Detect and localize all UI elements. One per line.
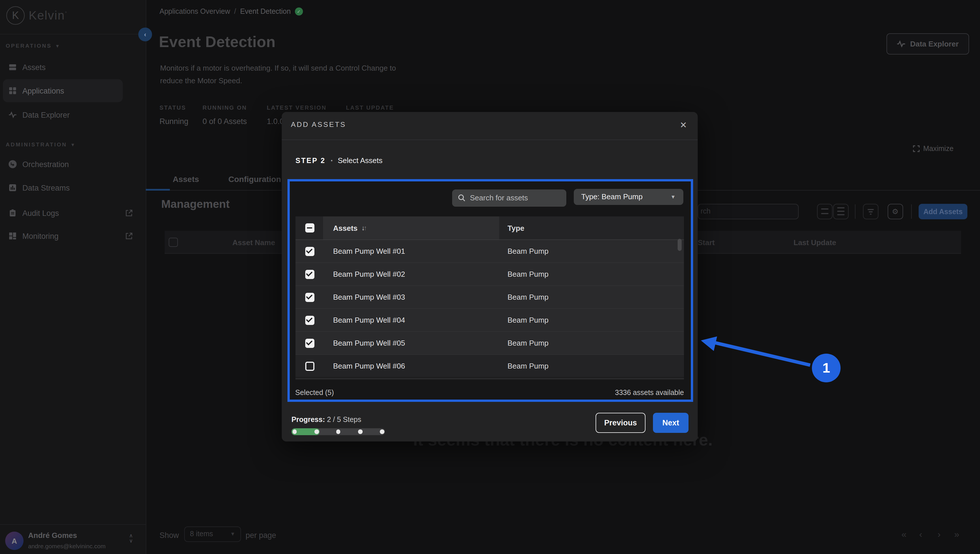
- previous-button[interactable]: Previous: [596, 413, 646, 433]
- per-page-label: per page: [246, 531, 276, 540]
- row-checkbox[interactable]: [305, 247, 314, 256]
- external-link-icon: [125, 209, 133, 217]
- user-name: André Gomes: [28, 531, 77, 540]
- sidebar-divider: [0, 34, 146, 34]
- table-scrollbar[interactable]: [678, 239, 682, 251]
- sidebar-item-applications[interactable]: Applications: [3, 79, 123, 102]
- chevron-down-icon: ▼: [55, 44, 60, 49]
- latest-version-label: LATEST VERSION: [267, 104, 326, 111]
- orchestration-icon: [9, 160, 17, 168]
- caret-down-icon: ▼: [670, 194, 676, 200]
- data-explorer-button[interactable]: Data Explorer: [886, 33, 969, 54]
- select-all-checkbox[interactable]: [305, 224, 314, 233]
- next-button[interactable]: Next: [653, 413, 689, 433]
- management-title: Management: [161, 198, 229, 211]
- asset-type-cell: Beam Pump: [499, 309, 684, 331]
- status-value: Running: [159, 117, 188, 126]
- sidebar-item-assets[interactable]: Assets: [3, 56, 123, 79]
- kelvin-logo-icon: K: [6, 6, 25, 25]
- close-icon[interactable]: ✕: [677, 119, 690, 131]
- breadcrumb-current: Event Detection: [240, 8, 291, 16]
- row-checkbox[interactable]: [305, 338, 314, 348]
- asset-type-cell: Beam Pump: [499, 240, 684, 262]
- asset-name-cell: Beam Pump Well #05: [323, 332, 499, 354]
- first-page-button[interactable]: «: [901, 529, 907, 540]
- asset-row[interactable]: Beam Pump Well #05Beam Pump: [295, 331, 684, 354]
- breadcrumb-parent[interactable]: Applications Overview: [159, 8, 230, 16]
- status-label: STATUS: [159, 104, 186, 111]
- page-description: Monitors if a motor is overheating. If s…: [160, 62, 419, 87]
- data-streams-icon: [9, 184, 17, 192]
- sidebar-item-audit-logs[interactable]: Audit Logs: [3, 201, 123, 225]
- grid-view-button[interactable]: [833, 204, 848, 219]
- toolbar-divider: [855, 204, 856, 219]
- sidebar: K Kelvin° OPERATIONS▼ Assets Application…: [0, 0, 146, 554]
- column-start[interactable]: Start: [698, 238, 714, 247]
- audit-logs-icon: [9, 209, 17, 217]
- user-menu-toggle[interactable]: ∧∨: [129, 533, 133, 544]
- column-assets[interactable]: Assets ↓↑: [323, 216, 499, 239]
- toolbar-divider: [911, 204, 912, 219]
- asset-row[interactable]: Beam Pump Well #03Beam Pump: [295, 285, 684, 308]
- kelvin-app: K Kelvin° OPERATIONS▼ Assets Application…: [0, 0, 980, 554]
- monitoring-icon: [9, 232, 17, 240]
- select-all-checkbox[interactable]: [169, 238, 178, 247]
- tab-configuration[interactable]: Configuration: [228, 174, 281, 184]
- horizontal-scrollbar[interactable]: [295, 378, 684, 380]
- kelvin-logo-text: Kelvin°: [29, 9, 67, 22]
- caret-down-icon: ▼: [230, 531, 235, 537]
- column-last-update[interactable]: Last Update: [794, 238, 836, 247]
- page-size-select[interactable]: 8 items▼: [184, 527, 241, 542]
- waveform-icon: [897, 40, 905, 48]
- column-asset-name[interactable]: Asset Name: [232, 238, 275, 247]
- row-checkbox[interactable]: [305, 270, 314, 279]
- list-view-button[interactable]: [817, 204, 832, 219]
- avatar[interactable]: A: [5, 532, 24, 550]
- step-indicator: STEP 2 • Select Assets: [296, 156, 382, 165]
- asset-row[interactable]: Beam Pump Well #06Beam Pump: [295, 354, 684, 377]
- sidebar-collapse-button[interactable]: ‹: [138, 27, 152, 42]
- asset-name-cell: Beam Pump Well #02: [323, 263, 499, 285]
- tab-assets[interactable]: Assets: [173, 174, 199, 184]
- prev-page-button[interactable]: ‹: [919, 529, 922, 540]
- asset-row[interactable]: Beam Pump Well #02Beam Pump: [295, 262, 684, 285]
- running-on-value: 0 of 0 Assets: [202, 117, 247, 126]
- row-checkbox[interactable]: [305, 316, 314, 325]
- progress-label: Progress: 2 / 5 Steps: [291, 416, 361, 424]
- next-page-button[interactable]: ›: [937, 529, 941, 540]
- step-dot-1: [292, 429, 297, 434]
- table-search-input[interactable]: rch: [698, 204, 799, 219]
- sort-icon: ↓↑: [361, 225, 366, 231]
- asset-row[interactable]: Beam Pump Well #04Beam Pump: [295, 308, 684, 331]
- filter-button[interactable]: [863, 204, 878, 219]
- sidebar-item-monitoring[interactable]: Monitoring: [3, 225, 123, 247]
- asset-type-cell: Beam Pump: [499, 263, 684, 285]
- sidebar-section-operations[interactable]: OPERATIONS▼: [6, 43, 60, 49]
- sidebar-item-orchestration[interactable]: Orchestration: [3, 153, 123, 176]
- applications-icon: [9, 87, 17, 95]
- available-count: 3336 assets available: [615, 389, 684, 397]
- assets-icon: [9, 63, 17, 71]
- modal-divider: [282, 139, 698, 140]
- progress-bar: [291, 428, 385, 435]
- breadcrumb: Applications Overview / Event Detection …: [159, 8, 303, 16]
- step-dot-3: [336, 429, 340, 434]
- asset-name-cell: Beam Pump Well #06: [323, 355, 499, 377]
- column-type[interactable]: Type: [499, 216, 684, 239]
- type-filter-select[interactable]: Type: Beam Pump▼: [574, 189, 683, 205]
- add-assets-button[interactable]: Add Assets: [919, 204, 967, 219]
- settings-button[interactable]: ⚙: [888, 204, 903, 219]
- asset-name-cell: Beam Pump Well #04: [323, 309, 499, 331]
- step-dot-5: [380, 429, 384, 434]
- row-checkbox[interactable]: [305, 292, 314, 302]
- row-checkbox[interactable]: [305, 361, 314, 370]
- sidebar-item-data-explorer[interactable]: Data Explorer: [3, 103, 123, 126]
- asset-search-input[interactable]: Search for assets: [452, 190, 566, 206]
- sidebar-item-data-streams[interactable]: Data Streams: [3, 176, 123, 199]
- maximize-button[interactable]: Maximize: [913, 145, 954, 153]
- external-link-icon: [125, 232, 133, 240]
- last-page-button[interactable]: »: [954, 529, 959, 540]
- selected-count: Selected (5): [295, 389, 334, 397]
- sidebar-section-administration[interactable]: ADMINISTRATION▼: [6, 141, 75, 147]
- asset-row[interactable]: Beam Pump Well #01Beam Pump: [295, 239, 684, 262]
